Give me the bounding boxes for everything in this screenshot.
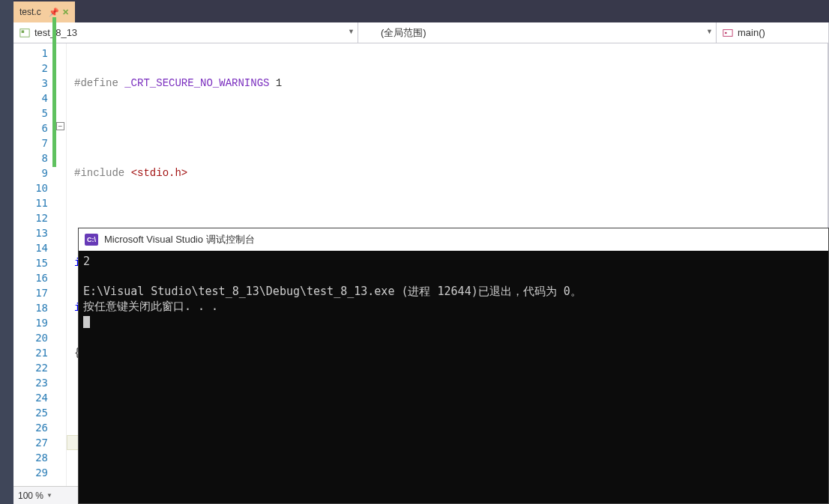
method-icon	[723, 28, 733, 38]
code-line: #include <stdio.h>	[67, 166, 829, 180]
project-icon	[19, 28, 30, 38]
code-line: #define _CRT_SECURE_NO_WARNINGS 1	[67, 76, 829, 91]
tab-file-label: test.c	[19, 7, 41, 17]
pin-icon[interactable]: 📌	[49, 7, 59, 17]
chevron-down-icon[interactable]: ▼	[706, 28, 713, 35]
svg-point-3	[725, 31, 727, 34]
tab-bar: test.c 📌 ✕	[13, 0, 829, 22]
zoom-value: 100 %	[18, 491, 43, 501]
scope-dropdown[interactable]: test_8_13 ▼	[13, 22, 358, 43]
zoom-selector[interactable]: 100 % ▼	[13, 486, 78, 504]
member-label: main()	[738, 27, 765, 38]
vs-icon: C:\	[85, 234, 98, 246]
chevron-down-icon[interactable]: ▼	[348, 28, 355, 35]
change-indicator	[52, 17, 56, 167]
fold-toggle[interactable]: −	[56, 122, 64, 130]
type-label: (全局范围)	[364, 26, 426, 40]
line-numbers: 1234567891011121314151617181920212223242…	[13, 43, 55, 504]
activity-bar[interactable]	[0, 0, 13, 504]
debug-console-window[interactable]: C:\ Microsoft Visual Studio 调试控制台 2 E:\V…	[78, 228, 829, 504]
member-dropdown[interactable]: main()	[717, 22, 829, 43]
close-icon[interactable]: ✕	[62, 7, 69, 17]
svg-rect-2	[723, 29, 732, 36]
type-dropdown[interactable]: (全局范围) ▼	[358, 22, 717, 43]
tab-file[interactable]: test.c 📌 ✕	[13, 1, 75, 22]
svg-rect-1	[22, 30, 25, 33]
navigation-bar: test_8_13 ▼ (全局范围) ▼ main()	[13, 22, 829, 43]
console-titlebar[interactable]: C:\ Microsoft Visual Studio 调试控制台	[79, 228, 828, 251]
code-line	[67, 210, 829, 225]
console-output[interactable]: 2 E:\Visual Studio\test_8_13\Debug\test_…	[79, 251, 828, 503]
fold-gutter: −	[55, 43, 67, 504]
chevron-down-icon[interactable]: ▼	[46, 492, 52, 499]
cursor	[83, 316, 90, 328]
code-line	[67, 121, 829, 136]
console-title: Microsoft Visual Studio 调试控制台	[104, 233, 255, 246]
